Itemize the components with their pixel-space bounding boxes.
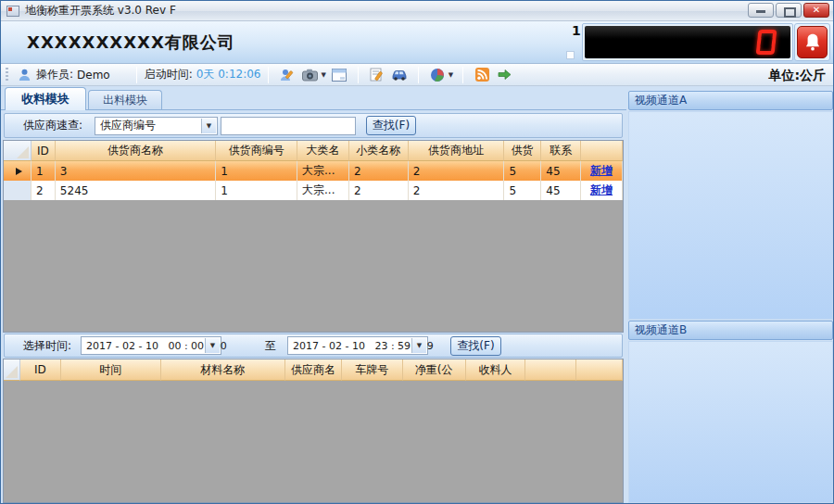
cell-contact[interactable]: 45	[541, 181, 581, 200]
column-header[interactable]: 供应商名	[285, 359, 342, 381]
cell-contact[interactable]: 45	[541, 161, 581, 181]
cell-action: 新增	[581, 181, 623, 200]
combobox-value: 供应商编号	[95, 118, 156, 133]
column-header[interactable]	[576, 359, 623, 381]
datetime-from-picker[interactable]: 2017 - 02 - 10 00 : 00 : 00	[81, 336, 221, 355]
header-band: XXXXXXXXXX有限公司 1	[1, 21, 834, 64]
datetime-to-picker[interactable]: 2017 - 02 - 10 23 : 59 : 59	[287, 336, 428, 355]
column-header[interactable]: 供货商地址	[409, 141, 505, 161]
column-header[interactable]: 材料名称	[161, 359, 286, 381]
column-header[interactable]	[525, 359, 576, 381]
supplier-search-button[interactable]: 查找(F)	[366, 116, 416, 135]
header-selector-cell[interactable]	[4, 359, 20, 381]
column-header[interactable]: ID	[20, 359, 61, 381]
scale-indicator-checkbox[interactable]	[566, 51, 575, 59]
supplier-search-combobox[interactable]: 供应商编号	[95, 117, 218, 135]
rss-icon[interactable]	[473, 66, 491, 84]
pie-chart-dropdown-caret[interactable]: ▼	[449, 71, 453, 79]
cell-category[interactable]: 大宗...	[297, 161, 349, 181]
supplier-table: ID 供货商名称 供货商编号 大类名 小类名称 供货商地址 供货 联系 1 3 …	[3, 140, 624, 333]
video-channel-b-view	[628, 341, 833, 503]
weight-digit-zero	[756, 30, 777, 55]
weight-display	[585, 26, 790, 58]
chevron-down-icon[interactable]	[411, 338, 426, 353]
separator	[268, 67, 269, 83]
column-header[interactable]: 供货商编号	[216, 141, 297, 161]
note-edit-icon[interactable]	[368, 66, 386, 84]
current-row-pointer-icon	[16, 168, 22, 175]
operator-icon	[18, 68, 32, 82]
alarm-button-frame	[794, 23, 830, 61]
supplier-search-label: 供应商速查:	[23, 118, 82, 133]
cell-supplier-code[interactable]: 1	[216, 161, 297, 181]
column-header[interactable]: 联系	[541, 141, 581, 161]
separator	[462, 67, 463, 83]
column-header[interactable]	[581, 141, 623, 161]
cell-supply[interactable]: 5	[504, 181, 541, 200]
supplier-search-input[interactable]	[221, 117, 356, 135]
video-channel-b-header: 视频通道B	[628, 321, 833, 340]
header-selector-cell[interactable]	[4, 141, 32, 161]
go-arrow-icon[interactable]	[495, 66, 513, 84]
tab-receive-module[interactable]: 收料模块	[5, 87, 86, 110]
close-button[interactable]	[803, 3, 829, 18]
cell-id[interactable]: 2	[32, 181, 56, 200]
bell-icon	[803, 32, 822, 53]
add-new-link[interactable]: 新增	[590, 163, 613, 179]
minimize-button[interactable]	[748, 3, 774, 18]
car-icon[interactable]	[390, 66, 409, 84]
table-row[interactable]: 1 3 1 大宗... 2 2 5 45 新增	[4, 161, 623, 181]
record-table-header: ID 时间 材料名称 供应商名 车牌号 净重(公 收料人	[4, 359, 623, 381]
cell-supplier-name[interactable]: 5245	[56, 181, 216, 200]
row-selector-cell[interactable]	[4, 161, 32, 181]
cell-supply[interactable]: 5	[504, 161, 541, 181]
column-header[interactable]: 小类名称	[349, 141, 409, 161]
cell-subcategory[interactable]: 2	[349, 161, 409, 181]
app-window: { "window": { "title": "地衡称重开票系统 v3.0 Re…	[0, 0, 834, 504]
scale-index-label: 1	[572, 23, 581, 38]
restore-button[interactable]	[776, 3, 802, 18]
app-icon	[6, 6, 19, 17]
cell-supplier-code[interactable]: 1	[216, 181, 297, 200]
operator-value: Demo	[77, 69, 110, 82]
cell-address[interactable]: 2	[409, 181, 505, 200]
column-header[interactable]: 净重(公	[403, 359, 466, 381]
table-row[interactable]: 2 5245 1 大宗... 2 2 5 45 新增	[4, 181, 623, 200]
time-filter-panel: 选择时间: 2017 - 02 - 10 00 : 00 : 00 至 2017…	[4, 334, 623, 358]
column-header[interactable]: 收料人	[466, 359, 526, 381]
cell-id[interactable]: 1	[32, 161, 56, 181]
column-header[interactable]: 时间	[61, 359, 161, 381]
row-selector-cell[interactable]	[4, 181, 32, 200]
to-word: 至	[265, 338, 276, 354]
operator-label: 操作员:	[36, 67, 73, 82]
alarm-bell-button[interactable]	[797, 26, 828, 58]
record-table: ID 时间 材料名称 供应商名 车牌号 净重(公 收料人	[3, 359, 624, 503]
time-search-button[interactable]: 查找(F)	[450, 336, 501, 356]
column-header[interactable]: 供货	[504, 141, 541, 161]
form-window-icon[interactable]	[330, 66, 348, 84]
supplier-search-panel: 供应商速查: 供应商编号 查找(F)	[4, 113, 623, 138]
toolbar-grip[interactable]	[6, 68, 8, 82]
camera-icon[interactable]	[300, 66, 319, 84]
camera-dropdown-caret[interactable]: ▼	[321, 71, 325, 79]
user-edit-icon[interactable]	[278, 66, 297, 84]
company-name: XXXXXXXXXX有限公司	[27, 32, 235, 54]
column-header[interactable]: ID	[32, 141, 56, 161]
column-header[interactable]: 车牌号	[342, 359, 403, 381]
unit-label: 单位:公斤	[768, 68, 826, 84]
separator	[136, 67, 137, 83]
chevron-down-icon[interactable]	[205, 338, 220, 353]
tab-dispatch-module[interactable]: 出料模块	[88, 90, 162, 110]
cell-action: 新增	[581, 161, 623, 181]
pie-chart-icon[interactable]	[428, 66, 447, 84]
cell-category[interactable]: 大宗...	[297, 181, 349, 200]
cell-subcategory[interactable]: 2	[349, 181, 409, 200]
supplier-table-header: ID 供货商名称 供货商编号 大类名 小类名称 供货商地址 供货 联系	[4, 141, 623, 161]
add-new-link[interactable]: 新增	[590, 183, 613, 198]
column-header[interactable]: 大类名	[297, 141, 349, 161]
cell-supplier-name[interactable]: 3	[56, 161, 216, 181]
operator-toolbar: 操作员: Demo 启动时间: 0天 0:12:06 ▼ ▼ 单位:公斤	[1, 64, 834, 86]
chevron-down-icon[interactable]	[201, 119, 216, 133]
column-header[interactable]: 供货商名称	[56, 141, 216, 161]
cell-address[interactable]: 2	[409, 161, 505, 181]
